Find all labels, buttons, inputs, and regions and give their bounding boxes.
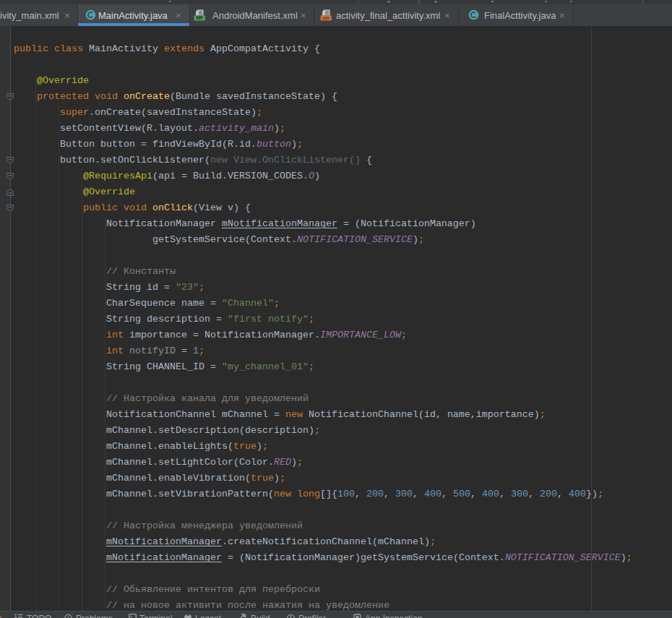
svg-text:MF: MF — [196, 15, 203, 20]
svg-text:</>: </> — [323, 15, 329, 20]
